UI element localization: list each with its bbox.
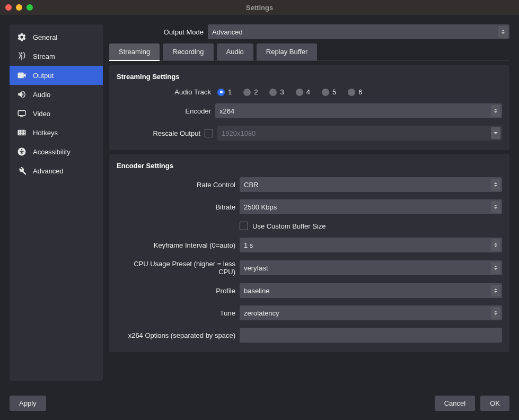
window-title: Settings xyxy=(0,4,519,12)
sidebar-item-label: Hotkeys xyxy=(33,129,58,137)
stepper-icon xyxy=(491,239,500,251)
speaker-icon xyxy=(17,90,27,99)
rate-control-select[interactable]: CBR xyxy=(240,177,502,192)
monitor-icon xyxy=(17,109,27,118)
content-area: Output Mode Advanced Streaming Recording… xyxy=(109,24,509,381)
camera-icon xyxy=(17,71,27,80)
footer: Apply Cancel OK xyxy=(0,390,519,420)
stepper-icon xyxy=(498,26,508,38)
stepper-icon xyxy=(491,262,500,274)
audio-track-1[interactable]: 1 xyxy=(217,88,232,96)
encoder-select[interactable]: x264 xyxy=(215,103,502,118)
window-controls xyxy=(0,4,33,11)
output-tabs: Streaming Recording Audio Replay Buffer xyxy=(109,43,509,61)
radio-icon xyxy=(217,89,225,96)
audio-track-3[interactable]: 3 xyxy=(269,88,284,96)
radio-icon xyxy=(322,89,329,96)
bitrate-spinner[interactable]: 2500 Kbps xyxy=(240,199,502,214)
tab-replay-buffer[interactable]: Replay Buffer xyxy=(257,43,318,60)
custom-buffer-checkbox[interactable] xyxy=(240,222,248,230)
audio-track-6[interactable]: 6 xyxy=(348,88,362,96)
output-mode-label: Output Mode xyxy=(109,28,204,36)
audio-track-5[interactable]: 5 xyxy=(322,88,336,96)
sidebar-item-general[interactable]: General xyxy=(10,28,103,47)
tune-row: Tune zerolatency xyxy=(117,305,502,320)
encoder-row: Encoder x264 xyxy=(117,103,502,118)
keyframe-spinner[interactable]: 1 s xyxy=(240,238,502,252)
radio-icon xyxy=(348,89,355,96)
streaming-settings-title: Streaming Settings xyxy=(117,73,502,81)
stepper-icon xyxy=(491,307,500,319)
accessibility-icon xyxy=(17,147,27,156)
sidebar-item-label: Video xyxy=(33,110,50,118)
encoder-label: Encoder xyxy=(117,107,211,115)
keyboard-icon xyxy=(17,128,27,137)
sidebar-item-label: Stream xyxy=(33,52,55,60)
custom-buffer-label: Use Custom Buffer Size xyxy=(252,222,326,230)
encoder-settings-title: Encoder Settings xyxy=(117,162,502,170)
cpu-preset-label: CPU Usage Preset (higher = less CPU) xyxy=(117,260,235,276)
cpu-preset-select[interactable]: veryfast xyxy=(240,260,502,275)
stepper-icon xyxy=(491,201,500,213)
stepper-icon xyxy=(491,285,500,296)
rate-control-row: Rate Control CBR xyxy=(117,177,502,192)
profile-label: Profile xyxy=(117,287,235,295)
output-mode-value: Advanced xyxy=(212,28,243,36)
apply-button[interactable]: Apply xyxy=(10,396,46,411)
cpu-preset-row: CPU Usage Preset (higher = less CPU) ver… xyxy=(117,260,502,276)
encoder-settings-panel: Encoder Settings Rate Control CBR Bitrat… xyxy=(109,154,509,352)
rescale-value: 1920x1080 xyxy=(222,129,256,137)
keyframe-label: Keyframe Interval (0=auto) xyxy=(117,241,235,249)
sidebar-item-video[interactable]: Video xyxy=(10,104,103,123)
stepper-icon xyxy=(491,179,500,190)
minimize-window-button[interactable] xyxy=(16,4,22,11)
rescale-row: Rescale Output 1920x1080 xyxy=(117,126,502,141)
antenna-icon xyxy=(17,51,27,61)
output-mode-select[interactable]: Advanced xyxy=(208,24,509,39)
sidebar-item-hotkeys[interactable]: Hotkeys xyxy=(10,123,103,142)
bitrate-row: Bitrate 2500 Kbps xyxy=(117,199,502,214)
tools-icon xyxy=(17,166,27,176)
sidebar-item-label: Output xyxy=(33,72,54,80)
sidebar-item-label: Audio xyxy=(33,91,50,99)
encoder-value: x264 xyxy=(219,107,234,115)
titlebar: Settings xyxy=(0,0,519,15)
tune-select[interactable]: zerolatency xyxy=(240,305,502,320)
custom-buffer-row: Use Custom Buffer Size xyxy=(117,222,502,230)
cancel-button[interactable]: Cancel xyxy=(435,396,475,411)
stepper-icon xyxy=(491,105,500,117)
tab-recording[interactable]: Recording xyxy=(163,43,213,60)
tab-audio[interactable]: Audio xyxy=(217,43,253,60)
x264-options-label: x264 Options (separated by space) xyxy=(117,331,235,339)
rescale-label: Rescale Output xyxy=(117,129,200,137)
audio-track-radio-group: 1 2 3 4 5 6 xyxy=(215,88,362,96)
rescale-select: 1920x1080 xyxy=(217,126,502,141)
sidebar-item-output[interactable]: Output xyxy=(10,66,103,85)
tune-label: Tune xyxy=(117,309,235,317)
sidebar-item-label: General xyxy=(33,33,57,41)
streaming-settings-panel: Streaming Settings Audio Track 1 2 3 4 5… xyxy=(109,65,509,150)
ok-button[interactable]: OK xyxy=(480,396,509,411)
sidebar-item-label: Advanced xyxy=(33,167,64,175)
audio-track-row: Audio Track 1 2 3 4 5 6 xyxy=(117,88,502,96)
custom-buffer-checkbox-row[interactable]: Use Custom Buffer Size xyxy=(240,222,326,230)
rescale-checkbox[interactable] xyxy=(205,129,213,137)
radio-icon xyxy=(243,89,251,96)
profile-row: Profile baseline xyxy=(117,283,502,298)
tab-streaming[interactable]: Streaming xyxy=(109,43,160,61)
maximize-window-button[interactable] xyxy=(27,4,33,11)
svg-point-1 xyxy=(21,149,22,150)
sidebar-item-stream[interactable]: Stream xyxy=(10,47,103,66)
keyframe-row: Keyframe Interval (0=auto) 1 s xyxy=(117,238,502,252)
sidebar-item-advanced[interactable]: Advanced xyxy=(10,161,103,180)
output-mode-row: Output Mode Advanced xyxy=(109,24,509,39)
close-window-button[interactable] xyxy=(5,4,12,11)
sidebar-item-accessibility[interactable]: Accessibility xyxy=(10,142,103,161)
profile-select[interactable]: baseline xyxy=(240,283,502,298)
audio-track-4[interactable]: 4 xyxy=(296,88,310,96)
sidebar-item-audio[interactable]: Audio xyxy=(10,85,103,104)
audio-track-2[interactable]: 2 xyxy=(243,88,258,96)
radio-icon xyxy=(269,89,277,96)
x264-options-input[interactable] xyxy=(240,328,502,343)
x264-options-row: x264 Options (separated by space) xyxy=(117,328,502,343)
